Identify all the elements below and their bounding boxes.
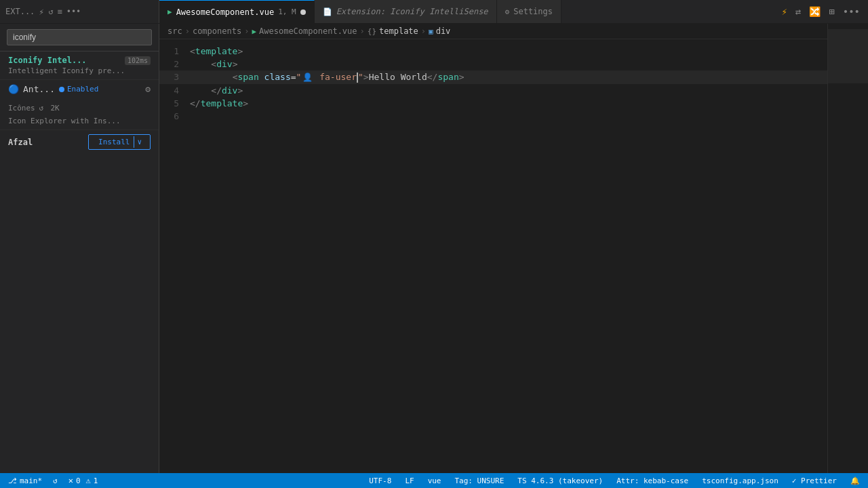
editor-content[interactable]: 1 <template> 2 <div> 3 <span class="👤 fa… (159, 39, 827, 473)
minimap[interactable] (827, 24, 868, 473)
breadcrumb-sep-1: › (185, 26, 190, 36)
language-label: vue (428, 476, 441, 485)
sidebar-item-ant[interactable]: 🔵 Ant... Enabled ⚙ (0, 80, 159, 98)
gear-icon[interactable]: ⚙ (145, 84, 151, 94)
editor-tabs: ▶ AwesomeComponent.vue 1, M 📄 Extension:… (159, 0, 773, 23)
status-prettier[interactable]: ✓ Prettier (789, 476, 840, 485)
breadcrumb-template[interactable]: template (379, 26, 418, 36)
icones-subtitle: Icon Explorer with Ins... (8, 117, 151, 125)
tab-awesome-component[interactable]: ▶ AwesomeComponent.vue 1, M (159, 0, 315, 23)
tab-iconify-intellisense[interactable]: 📄 Extension: Iconify IntelliSense (315, 0, 497, 23)
breadcrumb-curly-icon: {} (368, 27, 376, 36)
line-number-3: 3 (159, 70, 190, 83)
line-ending-label: LF (405, 476, 414, 485)
breadcrumb-src[interactable]: src (167, 26, 182, 36)
vue-icon: ▶ (167, 7, 172, 16)
sidebar-item-afzal[interactable]: Afzal Install ∨ (0, 130, 159, 154)
tsconfig-label: tsconfig.app.json (702, 476, 778, 485)
line-number-4: 4 (159, 84, 190, 97)
breadcrumb-components[interactable]: components (193, 26, 241, 36)
extension-icon: 📄 (323, 7, 332, 16)
attr-label: Attr: kebab-case (616, 476, 688, 485)
tab-settings[interactable]: ⚙ Settings (497, 0, 561, 23)
panels-icon[interactable]: ⊞ (829, 6, 834, 17)
minimap-viewport (828, 29, 868, 83)
line-content-5[interactable]: </template> (190, 97, 827, 110)
icones-count: 2K (50, 104, 59, 113)
line-content-1[interactable]: <template> (190, 45, 827, 58)
status-attr[interactable]: Attr: kebab-case (614, 476, 691, 485)
breadcrumb-div[interactable]: div (436, 26, 451, 36)
editor-area: src › components › ▶ AwesomeComponent.vu… (159, 24, 827, 473)
enabled-dot (59, 87, 64, 92)
afzal-label: Afzal (8, 138, 33, 147)
status-encoding[interactable]: UTF-8 (366, 476, 394, 485)
status-ts[interactable]: TS 4.6.3 (takeover) (515, 476, 606, 485)
list-icon[interactable]: ≡ (57, 7, 62, 16)
breadcrumb-sep-2: › (244, 26, 249, 36)
status-bar-left: ⎇ main* ↺ ✕ 0 ⚠ 1 (5, 476, 100, 485)
sidebar-item-icones[interactable]: Icon Explorer with Ins... (0, 115, 159, 130)
breadcrumb-sep-3: › (360, 26, 365, 36)
breadcrumb: src › components › ▶ AwesomeComponent.vu… (159, 24, 827, 39)
tab-label-1: AwesomeComponent.vue (176, 7, 275, 17)
source-control-icon[interactable]: 🔀 (809, 6, 821, 17)
status-line-ending[interactable]: LF (402, 476, 416, 485)
install-dropdown-arrow[interactable]: ∨ (134, 136, 144, 148)
prettier-label: ✓ Prettier (792, 476, 837, 485)
more-actions-icon[interactable]: ••• (843, 6, 860, 17)
install-button[interactable]: Install ∨ (88, 134, 151, 150)
ts-label: TS 4.6.3 (takeover) (517, 476, 603, 485)
refresh-icon[interactable]: ↺ (48, 7, 53, 16)
search-input[interactable] (7, 29, 152, 45)
line-number-2: 2 (159, 58, 190, 70)
sidebar: Iconify Intel... 102ms Intelligent Iconi… (0, 24, 159, 473)
status-tag[interactable]: Tag: UNSURE (452, 476, 507, 485)
ext-label[interactable]: EXT... (5, 7, 35, 16)
status-sync[interactable]: ↺ (50, 476, 60, 485)
filter-icon[interactable]: ⚡ (39, 7, 44, 17)
tab-label-3: Settings (513, 7, 553, 16)
breadcrumb-file[interactable]: AwesomeComponent.vue (259, 26, 357, 36)
breadcrumb-vue-icon: ▶ (252, 27, 256, 36)
encoding-label: UTF-8 (369, 476, 391, 485)
warning-count: 1 (94, 476, 98, 485)
warning-icon: ⚠ (86, 476, 91, 485)
line-content-2[interactable]: <div> (190, 58, 827, 70)
line-number-6: 6 (159, 110, 190, 123)
status-bar-right: UTF-8 LF vue Tag: UNSURE TS 4.6.3 (takeo… (366, 476, 863, 485)
branch-label: main* (20, 476, 42, 485)
sidebar-item-iconify-intel[interactable]: Iconify Intel... 102ms Intelligent Iconi… (0, 52, 159, 80)
iconify-logo-icon[interactable]: ⚡ (781, 6, 787, 17)
tab-meta-1: 1, M (278, 7, 296, 16)
tab-modified-dot (300, 9, 306, 15)
code-line-4: 4 </div> (159, 84, 827, 97)
status-tsconfig[interactable]: tsconfig.app.json (699, 476, 781, 485)
status-errors[interactable]: ✕ 0 ⚠ 1 (66, 476, 101, 485)
more-icon[interactable]: ••• (66, 7, 81, 16)
status-bar: ⎇ main* ↺ ✕ 0 ⚠ 1 UTF-8 LF vue Tag: UNSU… (0, 473, 868, 488)
activity-bar-section: EXT... ⚡ ↺ ≡ ••• (0, 0, 159, 23)
line-content-4[interactable]: </div> (190, 84, 827, 97)
status-branch[interactable]: ⎇ main* (5, 476, 45, 485)
iconify-intel-title: Iconify Intel... (8, 56, 87, 65)
status-bell[interactable]: 🔔 (848, 476, 863, 485)
code-line-1: 1 <template> (159, 45, 827, 58)
tab-bar: EXT... ⚡ ↺ ≡ ••• ▶ AwesomeComponent.vue … (0, 0, 868, 24)
sidebar-search (0, 24, 159, 52)
breadcrumb-hash-icon: ▣ (429, 27, 433, 36)
settings-file-icon: ⚙ (505, 7, 510, 16)
sync-icon: ↺ (53, 476, 58, 485)
icones-label: Icônes (8, 104, 35, 113)
git-branch-icon: ⎇ (8, 476, 17, 485)
error-icon: ✕ (68, 476, 73, 485)
layout-split-icon[interactable]: ⇄ (795, 6, 801, 17)
line-content-6 (190, 110, 827, 123)
ant-label: Ant... (23, 84, 55, 94)
enabled-label: Enabled (67, 85, 98, 94)
line-content-3[interactable]: <span class="👤 fa-user">Hello World</spa… (190, 70, 827, 84)
status-language[interactable]: vue (425, 476, 444, 485)
code-line-2: 2 <div> (159, 58, 827, 70)
enabled-badge: Enabled (59, 85, 98, 94)
line-number-5: 5 (159, 97, 190, 110)
